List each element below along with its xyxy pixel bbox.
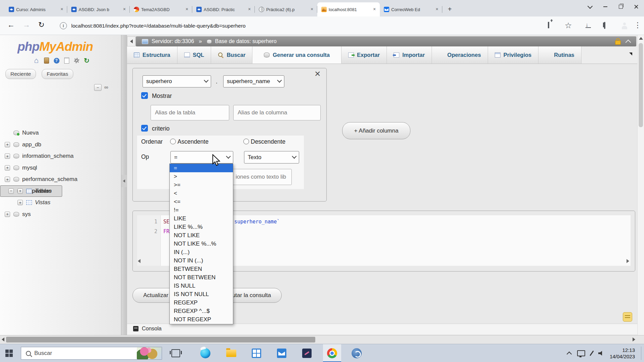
- share-icon[interactable]: [548, 22, 549, 28]
- taskbar-clock[interactable]: 12:13 14/04/2023: [610, 347, 635, 360]
- collapse-breadcrumb-icon[interactable]: [626, 39, 631, 45]
- scroll-left-icon[interactable]: [2, 337, 4, 341]
- more-tabs-icon[interactable]: [629, 52, 632, 56]
- tree-expander-icon[interactable]: +: [5, 212, 10, 217]
- browser-tab[interactable]: ASGBD: Json b ×: [67, 2, 130, 16]
- operator-option[interactable]: NOT IN (...): [170, 257, 233, 265]
- display-tray-icon[interactable]: [577, 350, 585, 356]
- pma-logo[interactable]: phpMyAdmin: [17, 40, 93, 54]
- operator-select[interactable]: =: [170, 151, 233, 164]
- operator-option[interactable]: LIKE: [170, 214, 233, 223]
- tree-expander-icon[interactable]: +: [5, 153, 10, 159]
- pma-tab[interactable]: Estructura: [127, 46, 177, 64]
- pma-tab[interactable]: Importar: [387, 46, 432, 64]
- column-select[interactable]: superhero_name: [223, 75, 284, 87]
- operator-option[interactable]: >=: [170, 181, 233, 189]
- ascending-radio[interactable]: [170, 139, 176, 144]
- operator-option[interactable]: <: [170, 189, 233, 197]
- store-button[interactable]: [247, 344, 266, 362]
- criteria-checkbox[interactable]: [141, 125, 148, 132]
- tree-expander-icon[interactable]: +: [5, 142, 10, 147]
- browser-tab[interactable]: localhost:8081 ×: [317, 2, 380, 16]
- start-button[interactable]: [5, 350, 13, 357]
- speaker-icon[interactable]: [598, 351, 604, 356]
- tab-close-icon[interactable]: ×: [184, 7, 190, 12]
- pma-tab[interactable]: Rutinas: [538, 46, 581, 64]
- blue-app-button[interactable]: [348, 344, 366, 362]
- browser-tab[interactable]: Práctica2 (6).p ×: [255, 2, 317, 16]
- operator-option[interactable]: IN (...): [170, 248, 233, 256]
- browser-tab[interactable]: Curso: Adminis ×: [5, 2, 67, 16]
- tab-close-icon[interactable]: ×: [309, 7, 315, 12]
- operator-option[interactable]: NOT REGEXP: [170, 316, 233, 324]
- operator-option[interactable]: NOT LIKE %...%: [170, 240, 233, 248]
- sidebar-toggle-icon[interactable]: [604, 22, 605, 29]
- vertical-scroll-thumb[interactable]: [639, 43, 643, 127]
- operator-option[interactable]: IS NOT NULL: [170, 290, 233, 299]
- type-select[interactable]: Texto: [244, 151, 299, 164]
- close-window-button[interactable]: [629, 0, 644, 13]
- tree-item[interactable]: + sys: [0, 209, 121, 220]
- tree-expander-icon[interactable]: +: [5, 165, 10, 171]
- operator-option[interactable]: =: [170, 164, 233, 172]
- tab-close-icon[interactable]: ×: [247, 7, 252, 12]
- descending-radio[interactable]: [243, 139, 249, 144]
- bookmark-star-icon[interactable]: ☆: [565, 21, 572, 30]
- operator-option[interactable]: REGEXP ^...$: [170, 307, 233, 316]
- tab-close-icon[interactable]: ×: [372, 7, 377, 12]
- tab-search-button[interactable]: [582, 0, 598, 13]
- site-info-icon[interactable]: i: [60, 22, 67, 29]
- table-alias-input[interactable]: [151, 105, 229, 120]
- tree-item[interactable]: Nueva: [0, 127, 121, 139]
- minimize-button[interactable]: [598, 0, 613, 13]
- operator-option[interactable]: >: [170, 172, 233, 181]
- add-column-button[interactable]: + Añadir columna: [342, 122, 410, 139]
- tree-item[interactable]: + performance_schema: [0, 174, 121, 185]
- sql-scroll-right-icon[interactable]: [627, 259, 629, 263]
- operator-option[interactable]: LIKE %...%: [170, 223, 233, 231]
- edge-button[interactable]: [196, 344, 214, 362]
- show-desktop-divider[interactable]: [641, 347, 641, 360]
- tree-item[interactable]: + mysql: [0, 162, 121, 174]
- forward-button[interactable]: →: [23, 21, 30, 29]
- operator-option[interactable]: !=: [170, 206, 233, 214]
- tree-item[interactable]: + Vistas: [0, 197, 121, 209]
- operator-option[interactable]: <=: [170, 197, 233, 206]
- browser-menu-icon[interactable]: ⋮: [634, 21, 641, 30]
- dark-app-button[interactable]: [298, 344, 316, 362]
- help-icon[interactable]: ?: [52, 57, 61, 65]
- horizontal-scrollbar[interactable]: [0, 335, 644, 344]
- tab-close-icon[interactable]: ×: [434, 7, 440, 12]
- pen-tray-icon[interactable]: [590, 351, 594, 356]
- operator-option[interactable]: BETWEEN: [170, 265, 233, 274]
- link-panels-icon[interactable]: ∞: [104, 84, 108, 91]
- reload-button[interactable]: ↻: [38, 21, 44, 29]
- favorite-tables-button[interactable]: Favoritas: [42, 69, 73, 79]
- operator-option[interactable]: IS NULL: [170, 282, 233, 290]
- browser-tab[interactable]: ASGBD: Práctic ×: [192, 2, 255, 16]
- nav-panel-toggle[interactable]: [127, 36, 135, 46]
- scroll-up-icon[interactable]: [639, 37, 643, 40]
- file-explorer-button[interactable]: [222, 344, 240, 362]
- pma-tab[interactable]: Buscar: [211, 46, 252, 64]
- sql-scroll-left-icon[interactable]: [138, 259, 140, 263]
- tree-item[interactable]: + app_db: [0, 139, 121, 151]
- docs-icon[interactable]: [63, 57, 71, 65]
- collapse-all-icon[interactable]: −: [94, 84, 102, 91]
- operator-option[interactable]: NOT BETWEEN: [170, 274, 233, 282]
- browser-tab[interactable]: CorreoWeb Ed ×: [380, 2, 442, 16]
- refresh-icon[interactable]: ↻: [83, 57, 91, 65]
- column-alias-input[interactable]: [233, 105, 321, 120]
- vertical-scrollbar[interactable]: [637, 35, 644, 335]
- tree-expander-icon[interactable]: +: [17, 188, 23, 194]
- back-button[interactable]: ←: [7, 21, 15, 29]
- tree-item[interactable]: + Tablas: [0, 185, 121, 197]
- task-view-button[interactable]: [167, 344, 185, 362]
- pma-tab[interactable]: SQL: [177, 46, 211, 64]
- new-tab-button[interactable]: +: [445, 5, 454, 14]
- console-label[interactable]: Consola: [142, 326, 162, 332]
- tree-expander-icon[interactable]: +: [5, 177, 10, 182]
- tab-close-icon[interactable]: ×: [122, 7, 127, 12]
- mail-button[interactable]: [273, 344, 291, 362]
- tree-expander-icon[interactable]: +: [17, 200, 23, 205]
